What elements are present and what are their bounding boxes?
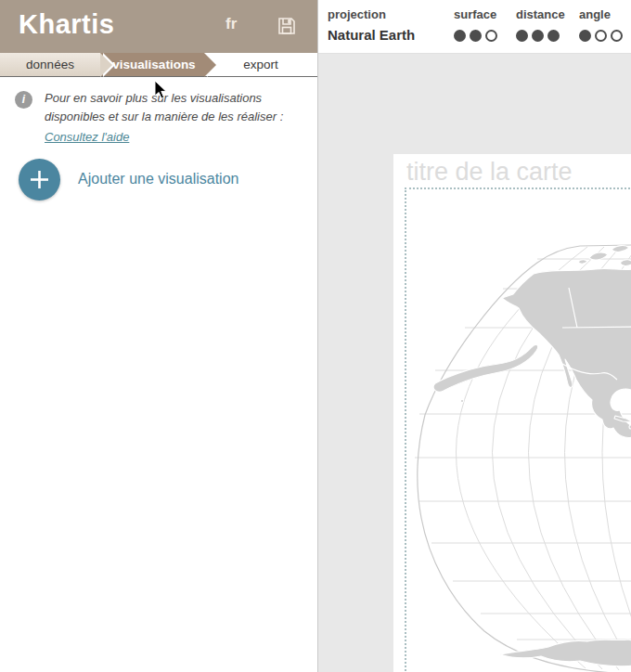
metric-angle-label: angle: [579, 7, 626, 21]
app-logo: Khartis: [19, 9, 114, 40]
rating-dot-filled: [532, 30, 544, 42]
rating-dot-filled: [516, 30, 528, 42]
metric-distance: distance: [516, 7, 565, 42]
tab-export[interactable]: export: [204, 53, 317, 76]
rating-dot-filled: [454, 30, 466, 42]
help-link[interactable]: Consultez l'aide: [45, 128, 129, 147]
rating-dot-filled: [470, 30, 482, 42]
projection-value[interactable]: Natural Earth: [328, 27, 415, 43]
metric-angle-rating: [579, 30, 626, 42]
floppy-disk-icon: [276, 15, 298, 37]
tab-donnees[interactable]: données: [0, 53, 100, 76]
main-tabs: données visualisations export: [0, 53, 317, 77]
rating-dot-empty: [595, 30, 607, 42]
rating-dot-empty: [485, 30, 497, 42]
left-panel: Khartis fr données visualisations export…: [0, 0, 317, 672]
add-visualization-button[interactable]: Ajouter une visualisation: [0, 159, 317, 214]
projection-label: projection: [328, 7, 386, 21]
map-workspace: projection Natural Earth surface distanc…: [317, 0, 631, 672]
map-work-area: titre de la carte: [318, 53, 631, 672]
map-canvas[interactable]: titre de la carte: [393, 154, 631, 672]
brand-bar: Khartis fr: [0, 0, 317, 53]
info-message: Pour en savoir plus sur les visualisatio…: [45, 91, 283, 123]
metric-surface: surface: [454, 7, 501, 42]
metric-surface-rating: [454, 30, 501, 42]
map-frame: [405, 187, 631, 672]
language-switcher[interactable]: fr: [225, 15, 237, 33]
save-button[interactable]: [276, 15, 298, 37]
rating-dot-empty: [611, 30, 623, 42]
rating-dot-filled: [579, 30, 591, 42]
rating-dot-filled: [547, 30, 560, 42]
plus-icon: [19, 159, 60, 200]
info-text: Pour en savoir plus sur les visualisatio…: [45, 89, 317, 147]
metric-distance-rating: [516, 30, 565, 42]
metric-surface-label: surface: [454, 7, 501, 21]
metric-distance-label: distance: [516, 7, 565, 21]
metric-angle: angle: [579, 7, 626, 42]
khartis-app: Khartis fr données visualisations export…: [0, 0, 631, 672]
add-circle[interactable]: [19, 159, 60, 200]
tab-visualisations[interactable]: visualisations: [100, 53, 204, 76]
add-visualization-label[interactable]: Ajouter une visualisation: [78, 171, 238, 187]
projection-bar: projection Natural Earth surface distanc…: [318, 0, 631, 53]
info-icon: i: [15, 91, 32, 109]
